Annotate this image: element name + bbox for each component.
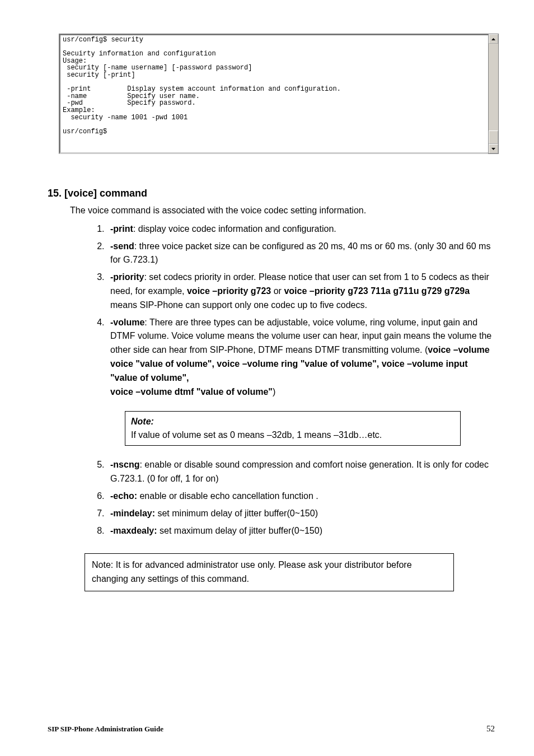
cmd-sep: : [144, 318, 149, 327]
page-footer: SIP SIP-Phone Administration Guide 52 [48, 724, 495, 734]
note-body: Note: It is for advanced administrator u… [92, 560, 412, 584]
scroll-track[interactable] [489, 44, 498, 144]
cmd-name: -maxdealy: [110, 526, 157, 535]
cmd-desc: three voice packet size can be configure… [110, 241, 490, 265]
cmd-example-2: voice –priority g723 711a g711u g729 g72… [284, 286, 470, 296]
list-item: -volume: There are three types can be ad… [107, 316, 495, 446]
svg-marker-0 [491, 38, 495, 40]
cmd-desc-post: means SIP-Phone can support only one cod… [110, 300, 367, 310]
cmd-example-1: voice –priority g723 [187, 286, 271, 296]
cmd-name: -priority [110, 272, 144, 282]
list-item: -print: display voice codec information … [107, 222, 495, 236]
cmd-sep: : [133, 224, 138, 234]
cmd-desc: set maximum delay of jitter buffer(0~150… [160, 526, 322, 535]
list-item: -echo: enable or disable echo cancellati… [107, 489, 495, 503]
scroll-down-button[interactable] [489, 144, 498, 153]
section-intro: The voice command is associated with the… [70, 204, 495, 218]
cmd-desc-post: ) [273, 387, 275, 396]
note-box-2: Note: It is for advanced administrator u… [85, 553, 454, 591]
scroll-up-button[interactable] [489, 34, 498, 44]
chevron-up-icon [491, 38, 495, 40]
command-list: -print: display voice codec information … [92, 222, 495, 538]
list-item: -maxdealy: set maximum delay of jitter b… [107, 524, 495, 538]
footer-left: SIP SIP-Phone Administration Guide [48, 725, 163, 734]
note-title: Note: [131, 415, 455, 428]
terminal-container: usr/config$ security Secuirty informatio… [59, 34, 489, 154]
note-body: If value of volume set as 0 means –32db,… [131, 428, 455, 442]
terminal-output: usr/config$ security Secuirty informatio… [59, 34, 489, 154]
section-heading: 15. [voice] command [48, 188, 495, 199]
list-item: -mindelay: set minimum delay of jitter b… [107, 507, 495, 521]
cmd-sep: : [134, 241, 139, 251]
cmd-name: -print [110, 224, 133, 234]
svg-marker-1 [491, 148, 495, 150]
cmd-name: -volume [110, 318, 144, 327]
scroll-thumb[interactable] [489, 130, 498, 144]
cmd-name: -send [110, 241, 134, 251]
terminal-scrollbar[interactable] [488, 34, 499, 154]
list-item: -priority: set codecs priority in order.… [107, 270, 495, 312]
note-box-1: Note: If value of volume set as 0 means … [125, 411, 461, 446]
cmd-desc: display voice codec information and conf… [138, 224, 336, 234]
chevron-down-icon [491, 148, 495, 150]
cmd-desc: enable or disable echo cancellation func… [139, 491, 318, 501]
list-item: -nscng: enable or disable sound compress… [107, 458, 495, 486]
page-number: 52 [486, 724, 495, 734]
list-item: -send: three voice packet size can be co… [107, 240, 495, 268]
cmd-desc: enable or disable sound compression and … [110, 460, 489, 483]
cmd-desc: set minimum delay of jitter buffer(0~150… [157, 508, 318, 518]
cmd-sep: : [139, 460, 144, 469]
cmd-name: -echo: [110, 491, 137, 501]
cmd-mid: or [271, 286, 284, 296]
cmd-sep: : [144, 272, 149, 282]
cmd-name: -mindelay: [110, 508, 155, 518]
cmd-name: -nscng [110, 460, 139, 469]
cmd-example-2: voice –volume dtmf "value of volume" [110, 387, 273, 396]
